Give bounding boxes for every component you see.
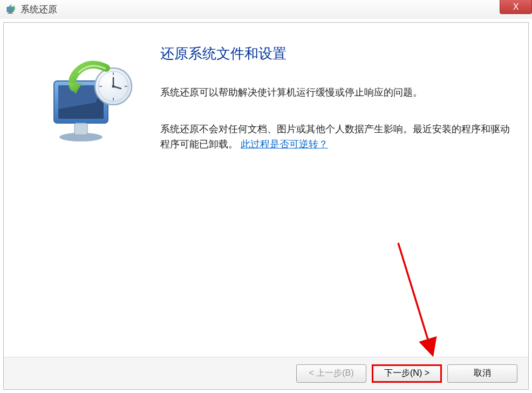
button-bar: < 上一步(B) 下一步(N) > 取消 bbox=[4, 357, 528, 389]
window-title: 系统还原 bbox=[21, 3, 57, 16]
svg-rect-1 bbox=[9, 12, 12, 13]
monitor-clock-restore-icon bbox=[44, 55, 136, 147]
reversible-link[interactable]: 此过程是否可逆转？ bbox=[241, 139, 328, 150]
system-restore-icon bbox=[5, 4, 16, 15]
close-icon: X bbox=[513, 2, 519, 12]
close-button[interactable]: X bbox=[500, 0, 532, 14]
content-body: 还原系统文件和设置 系统还原可以帮助解决使计算机运行缓慢或停止响应的问题。 系统… bbox=[4, 23, 528, 357]
content-frame: 还原系统文件和设置 系统还原可以帮助解决使计算机运行缓慢或停止响应的问题。 系统… bbox=[3, 22, 529, 390]
paragraph-2-text: 系统还原不会对任何文档、图片或其他个人数据产生影响。最近安装的程序和驱动程序可能… bbox=[160, 124, 510, 150]
back-button: < 上一步(B) bbox=[296, 364, 366, 383]
description-paragraph-1: 系统还原可以帮助解决使计算机运行缓慢或停止响应的问题。 bbox=[160, 85, 512, 100]
description-paragraph-2: 系统还原不会对任何文档、图片或其他个人数据产生影响。最近安装的程序和驱动程序可能… bbox=[160, 122, 512, 152]
main-content: 还原系统文件和设置 系统还原可以帮助解决使计算机运行缓慢或停止响应的问题。 系统… bbox=[160, 36, 512, 346]
svg-point-15 bbox=[112, 85, 115, 88]
page-heading: 还原系统文件和设置 bbox=[160, 44, 512, 63]
svg-rect-6 bbox=[74, 123, 87, 135]
svg-rect-2 bbox=[8, 13, 13, 13]
cancel-button[interactable]: 取消 bbox=[447, 364, 517, 383]
system-restore-window: 系统还原 X bbox=[0, 0, 532, 393]
sidebar-illustration-area bbox=[20, 36, 160, 346]
titlebar: 系统还原 X bbox=[0, 0, 532, 19]
next-button[interactable]: 下一步(N) > bbox=[372, 364, 442, 383]
